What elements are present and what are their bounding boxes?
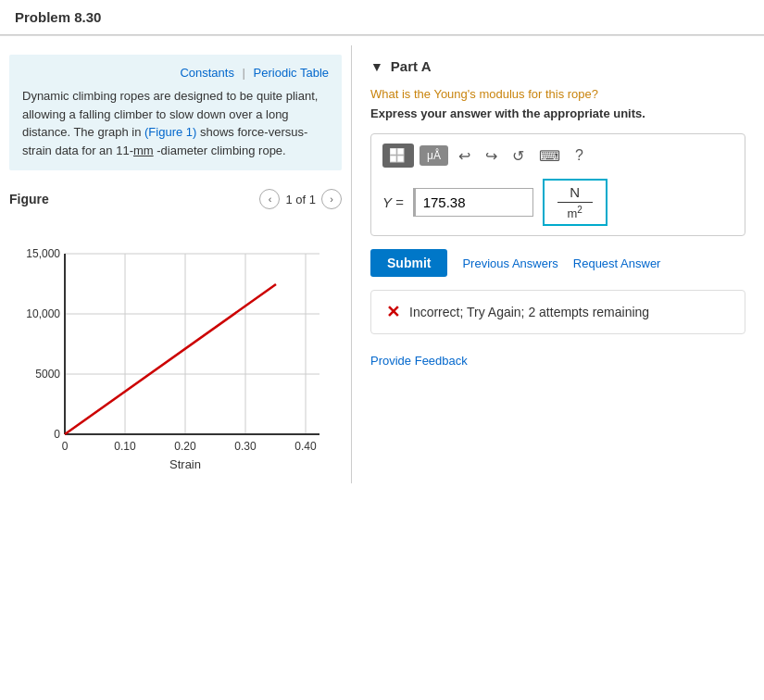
answer-input[interactable] [413, 188, 533, 217]
svg-text:0: 0 [62, 440, 69, 453]
left-panel: Constants | Periodic Table Dynamic climb… [0, 45, 352, 483]
svg-rect-22 [390, 148, 396, 155]
periodic-table-link[interactable]: Periodic Table [254, 66, 329, 80]
svg-text:15,000: 15,000 [26, 247, 60, 260]
right-panel: ▼ Part A What is the Young's modulus for… [352, 45, 764, 381]
page-title: Problem 8.30 [0, 0, 764, 35]
part-collapse-arrow[interactable]: ▼ [370, 59, 383, 74]
error-box: ✕ Incorrect; Try Again; 2 attempts remai… [370, 290, 745, 334]
input-row: Y = N m2 [382, 179, 733, 226]
svg-text:0: 0 [54, 428, 60, 441]
refresh-btn[interactable]: ↺ [507, 145, 529, 167]
info-links: Constants | Periodic Table [22, 66, 329, 80]
mm-text: mm [133, 144, 154, 157]
svg-rect-23 [397, 148, 404, 155]
page-count: 1 of 1 [285, 193, 316, 206]
part-header: ▼ Part A [370, 58, 745, 74]
svg-text:0.40: 0.40 [294, 440, 317, 453]
unit-numerator: N [557, 184, 593, 203]
force-strain-chart: Force (N) 0 5000 [9, 217, 338, 471]
svg-text:0.30: 0.30 [234, 440, 257, 453]
svg-text:Strain: Strain [169, 457, 201, 471]
keyboard-btn[interactable]: ⌨ [534, 145, 565, 167]
question-text: What is the Young's modulus for this rop… [370, 87, 745, 101]
info-box: Constants | Periodic Table Dynamic climb… [9, 55, 342, 170]
unit-denominator: m2 [557, 205, 593, 220]
separator: | [243, 66, 249, 80]
part-title: Part A [391, 58, 432, 74]
answer-toolbar: μÅ ↩ ↪ ↺ ⌨ ? [382, 144, 733, 168]
redo-btn[interactable]: ↪ [481, 145, 502, 167]
previous-answers-link[interactable]: Previous Answers [462, 256, 557, 270]
figure-link[interactable]: (Figure 1) [144, 125, 196, 139]
constants-link[interactable]: Constants [180, 66, 234, 80]
figure-section: Figure ‹ 1 of 1 › [0, 180, 351, 209]
unit-box[interactable]: N m2 [543, 179, 607, 226]
figure-header: Figure ‹ 1 of 1 › [9, 189, 342, 209]
figure-title: Figure [9, 192, 49, 206]
svg-text:10,000: 10,000 [26, 307, 60, 320]
submit-button[interactable]: Submit [370, 249, 447, 277]
help-btn[interactable]: ? [570, 145, 588, 166]
mu-angstrom-btn[interactable]: μÅ [420, 145, 448, 166]
answer-area: μÅ ↩ ↪ ↺ ⌨ ? Y = N m2 [370, 133, 745, 236]
figure-nav: ‹ 1 of 1 › [259, 189, 342, 209]
svg-text:0.10: 0.10 [114, 440, 136, 453]
request-answer-link[interactable]: Request Answer [573, 256, 661, 270]
svg-line-21 [65, 284, 276, 434]
info-text-last: -diameter climbing rope. [154, 144, 286, 157]
problem-description: Dynamic climbing ropes are designed to b… [22, 87, 329, 159]
svg-text:0.20: 0.20 [174, 440, 196, 453]
next-figure-btn[interactable]: › [321, 189, 342, 209]
grid-icon [390, 148, 407, 163]
svg-rect-24 [390, 156, 396, 162]
main-layout: Constants | Periodic Table Dynamic climb… [0, 45, 764, 483]
error-icon: ✕ [386, 302, 400, 322]
provide-feedback-link[interactable]: Provide Feedback [370, 354, 468, 368]
error-text: Incorrect; Try Again; 2 attempts remaini… [409, 305, 649, 319]
y-label: Y = [382, 194, 404, 210]
undo-btn[interactable]: ↩ [454, 145, 475, 167]
grid-format-btn[interactable] [382, 144, 414, 168]
action-row: Submit Previous Answers Request Answer [370, 249, 745, 277]
svg-rect-25 [397, 156, 404, 162]
instruction-text: Express your answer with the appropriate… [370, 106, 745, 120]
svg-text:5000: 5000 [35, 368, 60, 381]
prev-figure-btn[interactable]: ‹ [259, 189, 280, 209]
chart-container: Force (N) 0 5000 [0, 217, 351, 483]
